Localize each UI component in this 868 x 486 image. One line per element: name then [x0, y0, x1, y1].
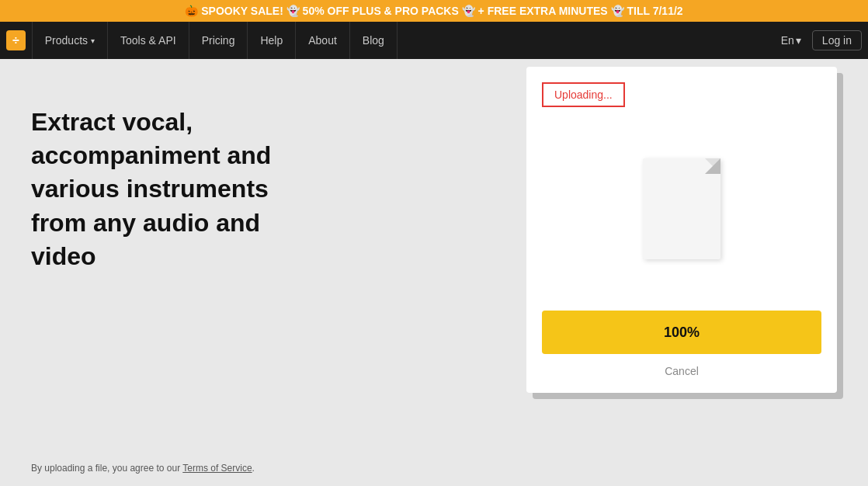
nav-item-help[interactable]: Help: [248, 22, 296, 59]
nav-item-pricing[interactable]: Pricing: [189, 22, 248, 59]
promo-banner: 🎃 SPOOKY SALE! 👻 50% OFF PLUS & PRO PACK…: [0, 0, 868, 22]
footer-note-text: By uploading a file, you agree to our: [31, 463, 182, 474]
nav-item-blog[interactable]: Blog: [350, 22, 398, 59]
lang-chevron-icon: ▾: [796, 34, 801, 47]
nav-item-about[interactable]: About: [296, 22, 350, 59]
nav-label-products: Products: [45, 34, 88, 47]
hero-section: Extract vocal, accompaniment and various…: [0, 59, 326, 480]
cancel-button[interactable]: Cancel: [542, 365, 821, 377]
nav-label-about: About: [308, 34, 337, 47]
nav-label-help: Help: [260, 34, 283, 47]
hero-title: Extract vocal, accompaniment and various…: [31, 106, 295, 273]
chevron-down-icon: ▾: [91, 36, 95, 45]
progress-percent: 100%: [664, 325, 700, 341]
file-icon: [643, 158, 720, 259]
main-content: Extract vocal, accompaniment and various…: [0, 59, 868, 480]
upload-area: Uploading... 100% Cancel: [526, 67, 837, 393]
banner-text: 🎃 SPOOKY SALE! 👻 50% OFF PLUS & PRO PACK…: [185, 5, 682, 17]
footer-note-end: .: [252, 463, 255, 474]
language-selector[interactable]: En ▾: [773, 31, 809, 50]
uploading-status-label: Uploading...: [542, 82, 625, 107]
file-icon-area: [542, 123, 821, 295]
nav-right: En ▾ Log in: [773, 30, 862, 50]
nav-label-tools: Tools & API: [120, 34, 176, 47]
nav-logo[interactable]: ÷: [6, 30, 26, 50]
footer-note: By uploading a file, you agree to our Te…: [0, 456, 435, 480]
login-button[interactable]: Log in: [812, 30, 862, 50]
nav-item-tools[interactable]: Tools & API: [108, 22, 189, 59]
tos-link[interactable]: Terms of Service: [182, 463, 252, 474]
nav-label-blog: Blog: [363, 34, 384, 47]
lang-label: En: [781, 34, 794, 47]
nav-label-pricing: Pricing: [202, 34, 235, 47]
nav-items: Products ▾ Tools & API Pricing Help Abou…: [32, 22, 773, 59]
progress-bar: 100%: [542, 311, 821, 354]
progress-bar-container: 100%: [542, 311, 821, 354]
upload-card: Uploading... 100% Cancel: [526, 67, 837, 393]
nav-item-products[interactable]: Products ▾: [32, 22, 108, 59]
navbar: ÷ Products ▾ Tools & API Pricing Help Ab…: [0, 22, 868, 59]
